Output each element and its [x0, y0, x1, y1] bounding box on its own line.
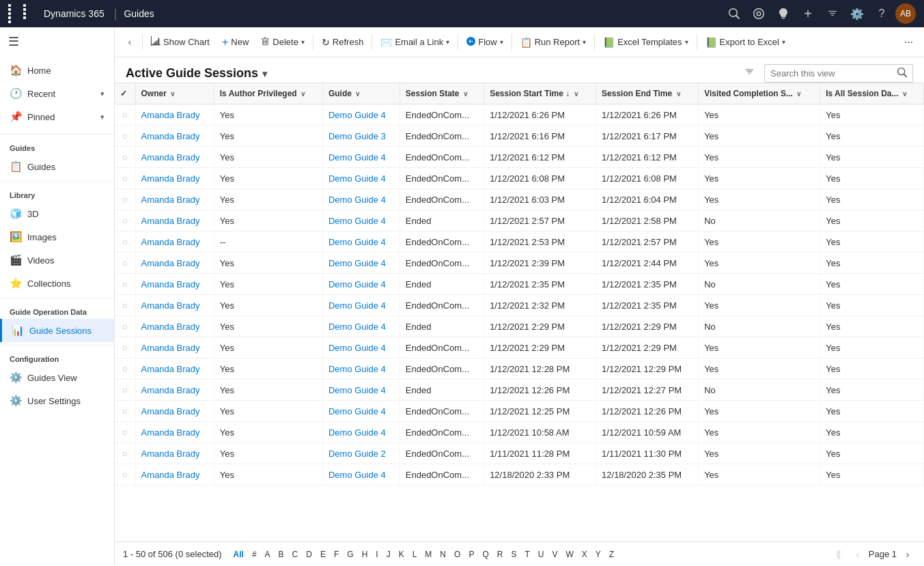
guide-cell-14[interactable]: Demo Guide 4: [322, 401, 400, 422]
guide-cell-7[interactable]: Demo Guide 4: [322, 253, 400, 274]
owner-cell-6[interactable]: Amanda Brady: [135, 231, 214, 253]
guide-cell-6[interactable]: Demo Guide 4: [322, 231, 400, 253]
guide-cell-3[interactable]: Demo Guide 4: [322, 168, 400, 189]
owner-cell-0[interactable]: Amanda Brady: [135, 104, 214, 126]
page-letter-p[interactable]: P: [465, 548, 477, 561]
owner-cell-16[interactable]: Amanda Brady: [135, 443, 214, 464]
th-guide[interactable]: Guide ∨: [322, 83, 400, 104]
prev-page-btn[interactable]: ‹: [850, 546, 866, 563]
search-input[interactable]: [770, 68, 893, 79]
page-letter-o[interactable]: O: [451, 548, 464, 561]
page-letter-t[interactable]: T: [521, 548, 533, 561]
refresh-button[interactable]: ↻ Refresh: [316, 33, 369, 52]
search-icon-btn[interactable]: [723, 3, 745, 25]
th-privileged[interactable]: Is Author Privileged ∨: [214, 83, 322, 104]
hamburger-menu[interactable]: ☰: [0, 27, 114, 56]
guide-cell-0[interactable]: Demo Guide 4: [322, 104, 400, 126]
row-radio-12[interactable]: ○: [115, 358, 135, 380]
row-radio-14[interactable]: ○: [115, 401, 135, 422]
owner-cell-5[interactable]: Amanda Brady: [135, 210, 214, 231]
row-radio-9[interactable]: ○: [115, 295, 135, 316]
delete-caret[interactable]: ▾: [301, 38, 305, 46]
overflow-button[interactable]: ⋯: [899, 33, 919, 51]
page-letter-b[interactable]: B: [275, 548, 288, 561]
page-letter-all[interactable]: All: [230, 548, 247, 561]
th-owner[interactable]: Owner ∨: [135, 83, 214, 104]
page-letter-c[interactable]: C: [289, 548, 302, 561]
brand-name[interactable]: Dynamics 365: [44, 8, 104, 19]
flow-button[interactable]: Flow ▾: [461, 33, 508, 52]
lightbulb-icon-btn[interactable]: [772, 3, 794, 25]
new-button[interactable]: + New: [216, 32, 254, 53]
page-letter-#[interactable]: #: [249, 548, 260, 561]
run-report-caret[interactable]: ▾: [583, 38, 586, 46]
add-icon-btn[interactable]: +: [797, 3, 819, 25]
page-letter-e[interactable]: E: [317, 548, 329, 561]
guide-cell-10[interactable]: Demo Guide 4: [322, 316, 400, 337]
excel-templates-caret[interactable]: ▾: [685, 38, 688, 46]
back-button[interactable]: ‹: [120, 33, 139, 52]
delete-button[interactable]: Delete ▾: [255, 33, 310, 52]
owner-cell-2[interactable]: Amanda Brady: [135, 147, 214, 168]
page-letter-s[interactable]: S: [507, 548, 520, 561]
owner-cell-14[interactable]: Amanda Brady: [135, 401, 214, 422]
page-letter-v[interactable]: V: [548, 548, 561, 561]
row-radio-13[interactable]: ○: [115, 380, 135, 401]
page-letter-m[interactable]: M: [421, 548, 435, 561]
guide-cell-9[interactable]: Demo Guide 4: [322, 295, 400, 316]
page-letter-a[interactable]: A: [262, 548, 274, 561]
sidebar-item-images[interactable]: 🖼️ Images: [0, 225, 114, 249]
row-radio-1[interactable]: ○: [115, 126, 135, 147]
page-letter-w[interactable]: W: [562, 548, 576, 561]
th-start-time[interactable]: Session Start Time ↓ ∨: [484, 83, 596, 104]
run-report-button[interactable]: 📋 Run Report ▾: [515, 33, 591, 52]
guide-cell-16[interactable]: Demo Guide 2: [322, 443, 400, 464]
guide-cell-8[interactable]: Demo Guide 4: [322, 274, 400, 295]
owner-cell-10[interactable]: Amanda Brady: [135, 316, 214, 337]
row-radio-2[interactable]: ○: [115, 147, 135, 168]
th-all-session[interactable]: Is All Session Da... ∨: [820, 83, 924, 104]
page-letter-n[interactable]: N: [436, 548, 449, 561]
page-letter-u[interactable]: U: [535, 548, 548, 561]
row-radio-4[interactable]: ○: [115, 189, 135, 210]
owner-cell-11[interactable]: Amanda Brady: [135, 337, 214, 358]
row-radio-10[interactable]: ○: [115, 316, 135, 337]
page-letter-x[interactable]: X: [578, 548, 591, 561]
sidebar-item-guides[interactable]: 📋 Guides: [0, 155, 114, 178]
owner-cell-12[interactable]: Amanda Brady: [135, 358, 214, 380]
target-icon-btn[interactable]: [748, 3, 770, 25]
page-letter-f[interactable]: F: [331, 548, 342, 561]
page-letter-i[interactable]: I: [372, 548, 381, 561]
owner-cell-7[interactable]: Amanda Brady: [135, 253, 214, 274]
next-page-btn[interactable]: ›: [899, 546, 916, 563]
first-page-btn[interactable]: ⟪: [830, 546, 847, 563]
email-link-button[interactable]: ✉️ Email a Link ▾: [375, 33, 455, 52]
guide-cell-15[interactable]: Demo Guide 4: [322, 422, 400, 443]
email-caret[interactable]: ▾: [446, 38, 449, 46]
guide-cell-4[interactable]: Demo Guide 4: [322, 189, 400, 210]
view-title[interactable]: Active Guide Sessions ▾: [126, 66, 267, 81]
help-icon-btn[interactable]: ?: [871, 3, 893, 25]
row-radio-8[interactable]: ○: [115, 274, 135, 295]
owner-cell-8[interactable]: Amanda Brady: [135, 274, 214, 295]
user-avatar[interactable]: AB: [895, 3, 916, 24]
owner-cell-3[interactable]: Amanda Brady: [135, 168, 214, 189]
owner-cell-17[interactable]: Amanda Brady: [135, 464, 214, 485]
sidebar-item-videos[interactable]: 🎬 Videos: [0, 249, 114, 272]
row-radio-15[interactable]: ○: [115, 422, 135, 443]
page-letter-d[interactable]: D: [303, 548, 316, 561]
excel-templates-button[interactable]: 📗 Excel Templates ▾: [598, 33, 693, 52]
guide-cell-1[interactable]: Demo Guide 3: [322, 126, 400, 147]
filter-button[interactable]: [740, 64, 759, 83]
export-excel-button[interactable]: 📗 Export to Excel ▾: [700, 33, 791, 52]
sidebar-item-pinned[interactable]: 📌 Pinned ▾: [0, 105, 114, 128]
app-menu-button[interactable]: [8, 4, 37, 23]
th-state[interactable]: Session State ∨: [400, 83, 484, 104]
guide-cell-11[interactable]: Demo Guide 4: [322, 337, 400, 358]
page-letter-h[interactable]: H: [359, 548, 372, 561]
flow-caret[interactable]: ▾: [500, 38, 503, 46]
row-radio-3[interactable]: ○: [115, 168, 135, 189]
row-radio-0[interactable]: ○: [115, 104, 135, 126]
owner-cell-1[interactable]: Amanda Brady: [135, 126, 214, 147]
page-letter-y[interactable]: Y: [592, 548, 604, 561]
